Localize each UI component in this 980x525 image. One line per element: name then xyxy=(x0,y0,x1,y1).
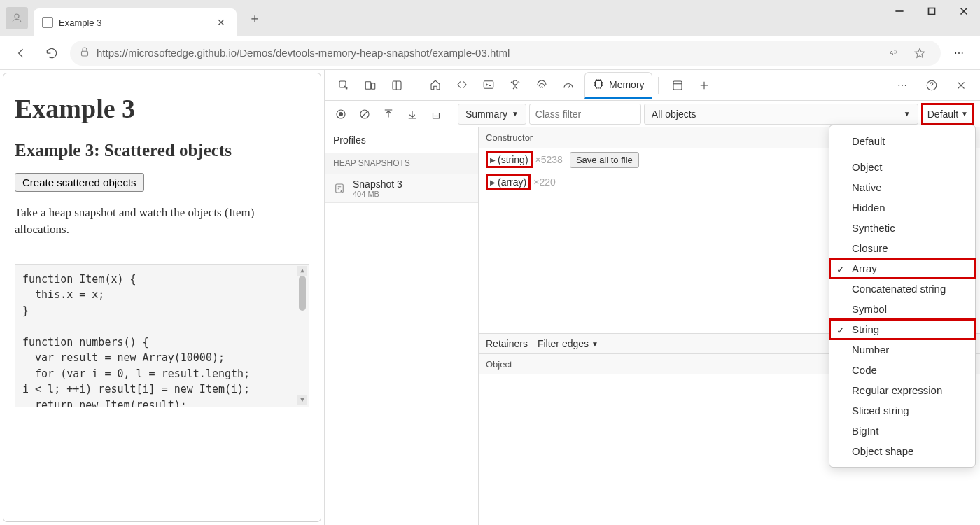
dropdown-item[interactable]: Closure xyxy=(830,238,975,258)
dropdown-item[interactable]: Object shape xyxy=(830,441,975,461)
code-block: function Item(x) { this.x = x; } functio… xyxy=(15,264,309,407)
scope-select[interactable]: All objects ▼ xyxy=(644,104,918,125)
col-constructor[interactable]: Constructor xyxy=(479,132,840,143)
class-filter-input[interactable] xyxy=(529,104,641,125)
svg-rect-10 xyxy=(393,81,401,90)
col-object[interactable]: Object xyxy=(479,359,840,370)
memory-icon xyxy=(592,78,605,92)
browser-chrome: Example 3 ✕ ＋ xyxy=(0,0,980,36)
dropdown-item[interactable]: Default xyxy=(830,131,975,151)
maximize-button[interactable] xyxy=(916,0,948,22)
profile-button[interactable] xyxy=(6,7,28,29)
close-devtools-button[interactable] xyxy=(948,72,974,99)
profiles-title: Profiles xyxy=(325,127,478,153)
tab-welcome[interactable] xyxy=(422,72,449,99)
scrollbar[interactable]: ▲ ▼ xyxy=(298,266,307,405)
tab-console[interactable] xyxy=(475,72,502,99)
favorite-icon[interactable] xyxy=(910,43,930,63)
dropdown-item[interactable]: Symbol xyxy=(830,299,975,319)
tab-memory[interactable]: Memory xyxy=(584,72,652,99)
chevron-down-icon: ▼ xyxy=(904,110,911,118)
snapshot-icon xyxy=(332,181,347,196)
minimize-button[interactable] xyxy=(883,0,916,22)
read-aloud-icon[interactable]: A⁾⁾ xyxy=(885,43,904,63)
dropdown-item[interactable]: Object xyxy=(830,157,975,177)
disclosure-icon[interactable]: ▶ xyxy=(490,178,496,186)
back-button[interactable] xyxy=(8,41,34,66)
refresh-button[interactable] xyxy=(39,41,64,66)
page-icon xyxy=(42,17,53,28)
dropdown-item[interactable]: Sliced string xyxy=(830,400,975,421)
dropdown-item[interactable]: Code xyxy=(830,360,975,380)
dropdown-item[interactable]: Hidden xyxy=(830,197,975,218)
heap-table: Constructor Distance Shallow Size ▶ (str… xyxy=(479,127,980,525)
devtools-menu-button[interactable]: ⋯ xyxy=(889,72,916,99)
tab-elements[interactable] xyxy=(449,72,475,99)
tab-application[interactable] xyxy=(664,72,691,99)
close-window-button[interactable] xyxy=(948,0,980,22)
dropdown-item[interactable]: Native xyxy=(830,177,975,197)
snapshot-item[interactable]: Snapshot 3 404 MB xyxy=(325,174,478,203)
record-button[interactable] xyxy=(330,104,351,125)
filter-edges-select[interactable]: Filter edges ▼ xyxy=(538,338,598,349)
svg-point-23 xyxy=(339,112,343,116)
dock-side-icon[interactable] xyxy=(384,72,410,99)
svg-rect-5 xyxy=(82,51,88,56)
retainers-title: Retainers xyxy=(486,338,528,349)
upload-button[interactable] xyxy=(378,104,399,125)
filter-type-dropdown: DefaultObjectNativeHiddenSyntheticClosur… xyxy=(829,125,976,468)
dropdown-item[interactable]: Concatenated string xyxy=(830,279,975,299)
dropdown-item[interactable]: Synthetic xyxy=(830,218,975,238)
chevron-down-icon: ▼ xyxy=(592,340,598,348)
memory-toolbar: Summary ▼ All objects ▼ Default ▼ xyxy=(325,101,980,127)
download-button[interactable] xyxy=(402,104,423,125)
snapshot-name: Snapshot 3 xyxy=(353,178,402,190)
browser-menu-button[interactable]: ⋯ xyxy=(946,41,972,66)
add-tab-button[interactable] xyxy=(691,72,718,99)
tab-performance[interactable] xyxy=(555,72,582,99)
clear-button[interactable] xyxy=(354,104,375,125)
help-button[interactable] xyxy=(918,72,945,99)
filter-type-select[interactable]: Default ▼ xyxy=(921,103,974,125)
svg-point-0 xyxy=(15,14,19,18)
dropdown-item[interactable]: ✓String xyxy=(830,319,975,340)
view-select[interactable]: Summary ▼ xyxy=(458,104,526,125)
tab-title: Example 3 xyxy=(59,18,209,28)
row-label-highlight: ▶ (string) xyxy=(486,151,533,168)
gc-button[interactable] xyxy=(426,104,447,125)
profiles-sidebar: Profiles HEAP SNAPSHOTS Snapshot 3 404 M… xyxy=(325,127,479,525)
dropdown-item[interactable]: Regular expression xyxy=(830,380,975,400)
svg-point-13 xyxy=(513,80,517,85)
page-description: Take a heap snapshot and watch the objec… xyxy=(15,204,309,238)
new-tab-button[interactable]: ＋ xyxy=(245,8,265,28)
tab-sources[interactable] xyxy=(502,72,528,99)
inspect-element-icon[interactable] xyxy=(330,72,357,99)
nav-bar: https://microsoftedge.github.io/Demos/de… xyxy=(0,36,980,70)
svg-rect-9 xyxy=(372,83,375,89)
url-bar[interactable]: https://microsoftedge.github.io/Demos/de… xyxy=(70,41,941,66)
page-content: Example 3 Example 3: Scattered objects C… xyxy=(3,73,321,522)
browser-tab[interactable]: Example 3 ✕ xyxy=(34,8,237,36)
scroll-thumb[interactable] xyxy=(299,276,306,311)
dropdown-item[interactable]: Number xyxy=(830,340,975,360)
svg-rect-12 xyxy=(484,80,493,88)
url-text: https://microsoftedge.github.io/Demos/de… xyxy=(97,47,510,59)
chevron-down-icon: ▼ xyxy=(512,110,519,118)
svg-rect-15 xyxy=(673,81,682,90)
save-all-button[interactable]: Save all to file xyxy=(570,152,639,168)
dropdown-item[interactable]: ✓Array xyxy=(830,258,975,279)
scroll-down-icon[interactable]: ▼ xyxy=(298,396,307,405)
svg-line-25 xyxy=(362,111,368,117)
device-toggle-icon[interactable] xyxy=(357,72,384,99)
dropdown-item[interactable]: BigInt xyxy=(830,421,975,441)
svg-rect-8 xyxy=(365,81,371,89)
tab-network[interactable] xyxy=(528,72,555,99)
close-tab-button[interactable]: ✕ xyxy=(214,15,228,29)
disclosure-icon[interactable]: ▶ xyxy=(490,156,496,164)
page-heading: Example 3 xyxy=(15,93,309,124)
create-objects-button[interactable]: Create scattered objects xyxy=(15,173,144,192)
devtools-panel: Memory ⋯ Summary ▼ All xyxy=(324,70,980,525)
row-count: ×5238 xyxy=(536,154,563,165)
scroll-up-icon[interactable]: ▲ xyxy=(298,266,307,276)
svg-rect-2 xyxy=(929,8,935,15)
